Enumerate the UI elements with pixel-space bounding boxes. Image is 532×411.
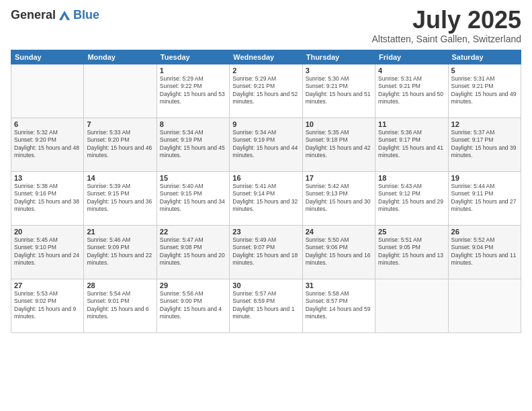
title-block: July 2025 Altstatten, Saint Gallen, Swit…: [371, 8, 521, 44]
calendar-cell: 21Sunrise: 5:46 AMSunset: 9:09 PMDayligh…: [84, 226, 157, 279]
day-number: 5: [451, 66, 518, 75]
weekday-friday: Friday: [375, 50, 448, 64]
day-number: 7: [87, 120, 153, 128]
day-info: Sunrise: 5:37 AMSunset: 9:17 PMDaylight:…: [451, 129, 518, 160]
calendar-cell: 31Sunrise: 5:58 AMSunset: 8:57 PMDayligh…: [302, 279, 375, 333]
day-number: 31: [306, 281, 372, 289]
logo: General Blue: [11, 8, 99, 22]
day-number: 25: [378, 228, 445, 236]
day-number: 6: [14, 120, 81, 128]
day-info: Sunrise: 5:36 AMSunset: 9:17 PMDaylight:…: [378, 129, 445, 160]
weekday-wednesday: Wednesday: [230, 50, 302, 64]
calendar-cell: 19Sunrise: 5:44 AMSunset: 9:11 PMDayligh…: [448, 172, 521, 226]
day-info: Sunrise: 5:52 AMSunset: 9:04 PMDaylight:…: [451, 236, 518, 267]
calendar-cell: 7Sunrise: 5:33 AMSunset: 9:20 PMDaylight…: [84, 118, 157, 172]
calendar-cell: [375, 279, 448, 333]
calendar-cell: 22Sunrise: 5:47 AMSunset: 9:08 PMDayligh…: [157, 226, 229, 279]
calendar-cell: 3Sunrise: 5:30 AMSunset: 9:21 PMDaylight…: [302, 64, 375, 118]
calendar-cell: 29Sunrise: 5:56 AMSunset: 9:00 PMDayligh…: [157, 279, 229, 333]
calendar-cell: 17Sunrise: 5:42 AMSunset: 9:13 PMDayligh…: [302, 172, 375, 226]
day-info: Sunrise: 5:31 AMSunset: 9:21 PMDaylight:…: [378, 75, 445, 106]
calendar-cell: 13Sunrise: 5:38 AMSunset: 9:16 PMDayligh…: [11, 172, 84, 226]
calendar-cell: 8Sunrise: 5:34 AMSunset: 9:19 PMDaylight…: [157, 118, 229, 172]
day-number: 21: [87, 228, 153, 236]
day-number: 12: [451, 120, 518, 128]
calendar-cell: 11Sunrise: 5:36 AMSunset: 9:17 PMDayligh…: [375, 118, 448, 172]
day-info: Sunrise: 5:51 AMSunset: 9:05 PMDaylight:…: [378, 236, 445, 267]
weekday-tuesday: Tuesday: [157, 50, 229, 64]
day-number: 3: [306, 66, 372, 75]
calendar-cell: [84, 64, 157, 118]
logo-blue: Blue: [73, 8, 99, 22]
calendar-cell: 30Sunrise: 5:57 AMSunset: 8:59 PMDayligh…: [230, 279, 302, 333]
weekday-saturday: Saturday: [448, 50, 521, 64]
calendar-cell: 18Sunrise: 5:43 AMSunset: 9:12 PMDayligh…: [375, 172, 448, 226]
day-info: Sunrise: 5:53 AMSunset: 9:02 PMDaylight:…: [14, 290, 81, 321]
location-subtitle: Altstatten, Saint Gallen, Switzerland: [371, 34, 521, 44]
day-info: Sunrise: 5:34 AMSunset: 9:19 PMDaylight:…: [232, 129, 299, 160]
day-number: 30: [232, 281, 299, 289]
calendar-cell: 28Sunrise: 5:54 AMSunset: 9:01 PMDayligh…: [84, 279, 157, 333]
day-info: Sunrise: 5:39 AMSunset: 9:15 PMDaylight:…: [87, 183, 153, 214]
day-info: Sunrise: 5:49 AMSunset: 9:07 PMDaylight:…: [232, 236, 299, 267]
logo-icon: [58, 9, 71, 21]
weekday-thursday: Thursday: [302, 50, 375, 64]
day-info: Sunrise: 5:50 AMSunset: 9:06 PMDaylight:…: [306, 236, 372, 267]
day-info: Sunrise: 5:41 AMSunset: 9:14 PMDaylight:…: [232, 183, 299, 214]
day-info: Sunrise: 5:30 AMSunset: 9:21 PMDaylight:…: [306, 75, 372, 106]
week-row-5: 27Sunrise: 5:53 AMSunset: 9:02 PMDayligh…: [11, 279, 521, 333]
day-info: Sunrise: 5:34 AMSunset: 9:19 PMDaylight:…: [160, 129, 226, 160]
week-row-3: 13Sunrise: 5:38 AMSunset: 9:16 PMDayligh…: [11, 172, 521, 226]
calendar-cell: 23Sunrise: 5:49 AMSunset: 9:07 PMDayligh…: [230, 226, 302, 279]
calendar-cell: [11, 64, 84, 118]
day-number: 4: [378, 66, 445, 75]
calendar-cell: 14Sunrise: 5:39 AMSunset: 9:15 PMDayligh…: [84, 172, 157, 226]
day-number: 17: [306, 174, 372, 182]
calendar-cell: [448, 279, 521, 333]
calendar-cell: 2Sunrise: 5:29 AMSunset: 9:21 PMDaylight…: [230, 64, 302, 118]
calendar-cell: 16Sunrise: 5:41 AMSunset: 9:14 PMDayligh…: [230, 172, 302, 226]
calendar-cell: 4Sunrise: 5:31 AMSunset: 9:21 PMDaylight…: [375, 64, 448, 118]
day-number: 27: [14, 281, 81, 289]
page: General Blue July 2025 Altstatten, Saint…: [0, 0, 532, 411]
calendar-cell: 5Sunrise: 5:31 AMSunset: 9:21 PMDaylight…: [448, 64, 521, 118]
day-number: 14: [87, 174, 153, 182]
day-number: 13: [14, 174, 81, 182]
calendar-cell: 26Sunrise: 5:52 AMSunset: 9:04 PMDayligh…: [448, 226, 521, 279]
month-title: July 2025: [371, 8, 521, 32]
day-info: Sunrise: 5:45 AMSunset: 9:10 PMDaylight:…: [14, 236, 81, 267]
calendar-cell: 15Sunrise: 5:40 AMSunset: 9:15 PMDayligh…: [157, 172, 229, 226]
day-info: Sunrise: 5:43 AMSunset: 9:12 PMDaylight:…: [378, 183, 445, 214]
day-number: 15: [160, 174, 226, 182]
day-number: 20: [14, 228, 81, 236]
day-number: 28: [87, 281, 153, 289]
weekday-header-row: SundayMondayTuesdayWednesdayThursdayFrid…: [11, 50, 521, 64]
day-number: 18: [378, 174, 445, 182]
day-info: Sunrise: 5:54 AMSunset: 9:01 PMDaylight:…: [87, 290, 153, 321]
day-number: 29: [160, 281, 226, 289]
day-info: Sunrise: 5:29 AMSunset: 9:21 PMDaylight:…: [232, 75, 299, 106]
week-row-4: 20Sunrise: 5:45 AMSunset: 9:10 PMDayligh…: [11, 226, 521, 279]
day-info: Sunrise: 5:31 AMSunset: 9:21 PMDaylight:…: [451, 75, 518, 106]
day-info: Sunrise: 5:56 AMSunset: 9:00 PMDaylight:…: [160, 290, 226, 321]
day-info: Sunrise: 5:58 AMSunset: 8:57 PMDaylight:…: [306, 290, 372, 321]
calendar-cell: 6Sunrise: 5:32 AMSunset: 9:20 PMDaylight…: [11, 118, 84, 172]
day-info: Sunrise: 5:42 AMSunset: 9:13 PMDaylight:…: [306, 183, 372, 214]
day-info: Sunrise: 5:40 AMSunset: 9:15 PMDaylight:…: [160, 183, 226, 214]
day-info: Sunrise: 5:33 AMSunset: 9:20 PMDaylight:…: [87, 129, 153, 160]
day-number: 23: [232, 228, 299, 236]
week-row-2: 6Sunrise: 5:32 AMSunset: 9:20 PMDaylight…: [11, 118, 521, 172]
day-info: Sunrise: 5:46 AMSunset: 9:09 PMDaylight:…: [87, 236, 153, 267]
day-info: Sunrise: 5:44 AMSunset: 9:11 PMDaylight:…: [451, 183, 518, 214]
day-number: 9: [232, 120, 299, 128]
day-number: 24: [306, 228, 372, 236]
logo-text: General Blue: [11, 8, 99, 22]
day-number: 10: [306, 120, 372, 128]
logo-general: General: [11, 8, 56, 22]
header: General Blue July 2025 Altstatten, Saint…: [11, 8, 521, 44]
day-number: 2: [232, 66, 299, 75]
day-number: 26: [451, 228, 518, 236]
calendar-cell: 9Sunrise: 5:34 AMSunset: 9:19 PMDaylight…: [230, 118, 302, 172]
week-row-1: 1Sunrise: 5:29 AMSunset: 9:22 PMDaylight…: [11, 64, 521, 118]
weekday-monday: Monday: [84, 50, 157, 64]
